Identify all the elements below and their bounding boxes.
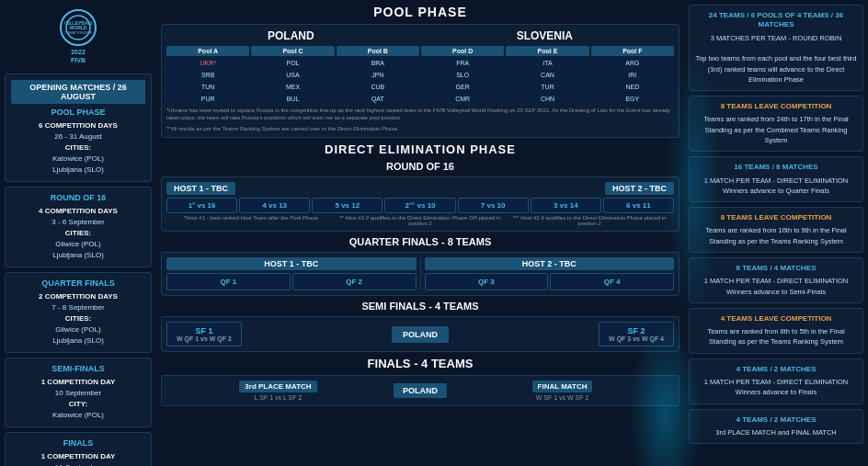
pool-cell-arg: ARG [591, 58, 674, 68]
qf-box-2: QF 2 [292, 273, 417, 290]
right-bottom-body: 3rd PLACE MATCH and FINAL MATCH [695, 427, 857, 438]
pool-cell-chn: CHN [506, 94, 588, 104]
finals-section-header: FINALS - 4 TEAMS [161, 357, 680, 370]
qf-divider [420, 257, 421, 290]
r16-container: HOST 1 - TBC HOST 2 - TBC 1° vs 16 4 vs … [161, 176, 680, 232]
right-mid3-body: 1 MATCH PER TEAM - DIRECT ELIMINATION Wi… [695, 377, 857, 398]
r16-note3: *** Host #2 if qualifies to the Direct E… [505, 215, 674, 226]
right-mid1-title: 16 TEAMS / 8 MATCHES [695, 163, 857, 172]
right-leave2-section: 8 TEAMS LEAVE COMPETITION Teams are rank… [689, 207, 863, 253]
pool-cell-bul: BUL [251, 94, 334, 104]
r16-hosts: HOST 1 - TBC HOST 2 - TBC [166, 182, 674, 195]
final-match-group: FINAL MATCH W SF 1 vs W SF 2 [451, 381, 674, 401]
r16-host1-label: HOST 1 - TBC [166, 182, 235, 195]
pool-cell-usa: USA [251, 70, 334, 80]
r16-note2: ** Host #2 if qualifies to the Direct El… [336, 215, 505, 226]
slovenia-label: SLOVENIA [517, 29, 573, 42]
pool-cell-pur: PUR [166, 94, 249, 104]
pool-cell-tur: TUR [506, 82, 588, 92]
pool-cell-ukr: UKR* [166, 58, 249, 68]
right-leave1-section: 8 TEAMS LEAVE COMPETITION Teams are rank… [689, 96, 863, 152]
sf-title: SEMI-FINALS [11, 364, 145, 373]
qf-box-4: QF 4 [550, 273, 674, 290]
qf-body: 2 COMPETITION DAYS 7 - 8 September CITIE… [11, 291, 145, 347]
qf-host1-group: HOST 1 - TBC QF 1 QF 2 [166, 257, 417, 290]
pool-grid: Pool A Pool C Pool B Pool D Pool E Pool … [166, 46, 674, 104]
right-mid1-body: 1 MATCH PER TEAM - DIRECT ELIMINATION Wi… [695, 176, 857, 197]
right-mid3-section: 4 TEAMS / 2 MATCHES 1 MATCH PER TEAM - D… [689, 358, 863, 404]
pool-cell-egy: EGY [591, 94, 674, 104]
pool-cell-ita: ITA [506, 58, 588, 68]
finals-poland-label: POLAND [394, 383, 447, 398]
third-place-detail: L SF 1 vs L SF 2 [255, 394, 303, 401]
r16-match-6: 3 vs 14 [531, 198, 601, 213]
pool-cell-srb: SRB [166, 70, 249, 80]
final-match-detail: W SF 1 vs W SF 2 [536, 394, 589, 401]
pool-cell-fra: FRA [421, 58, 504, 68]
right-mid2-body: 1 MATCH PER TEAM - DIRECT ELIMINATION Wi… [695, 276, 857, 297]
logo-area: VOLLEYBALL WORLD CHAMPIONSHIP 2022FIVB [5, 5, 152, 69]
right-top-body: 3 MATCHES PER TEAM - ROUND ROBIN Top two… [695, 33, 857, 85]
pool-cell-slo: SLO [421, 70, 504, 80]
pool-header-b: Pool B [337, 46, 419, 56]
pool-phase-title: POOL PHASE [11, 108, 145, 117]
right-leave2-title: 8 TEAMS LEAVE COMPETITION [695, 213, 857, 222]
pool-cell-mex: MEX [251, 82, 334, 92]
r16-body: 4 COMPETITION DAYS 3 - 6 September CITIE… [11, 206, 145, 261]
right-top-section: 24 TEAMS / 6 POOLS OF 4 TEAMS / 36 MATCH… [689, 5, 863, 91]
right-leave3-title: 4 TEAMS LEAVE COMPETITION [695, 314, 857, 324]
right-top-title: 24 TEAMS / 6 POOLS OF 4 TEAMS / 36 MATCH… [695, 11, 857, 30]
r16-match-4: 2°° vs 10 [384, 198, 455, 213]
qf-host1-boxes: QF 1 QF 2 [166, 273, 417, 290]
poland-label: POLAND [268, 29, 314, 42]
right-leave3-body: Teams are ranked from 8th to 5th in the … [695, 326, 857, 347]
right-mid3-title: 4 TEAMS / 2 MATCHES [695, 365, 857, 374]
pool-phase-info: OPENING MATCHES / 26 AUGUST POOL PHASE 6… [5, 74, 152, 182]
right-mid1-section: 16 TEAMS / 8 MATCHES 1 MATCH PER TEAM - … [689, 156, 863, 202]
r16-match-1: 1° vs 16 [166, 198, 237, 213]
pool-cell-jpn: JPN [337, 70, 419, 80]
qf-section-header: QUARTER FINALS - 8 TEAMS [161, 236, 680, 247]
de-header: DIRECT ELIMINATION PHASE [161, 142, 680, 156]
opening-matches-header: OPENING MATCHES / 26 AUGUST [11, 80, 145, 104]
third-place-group: 3rd PLACE MATCH L SF 1 vs L SF 2 [166, 381, 390, 401]
pool-cell-ger: GER [421, 82, 504, 92]
pool-header-d: Pool D [421, 46, 504, 56]
qf-host2-label: HOST 2 - TBC [425, 257, 675, 270]
third-place-label: 3rd PLACE MATCH [239, 381, 316, 392]
qf-host2-boxes: QF 3 QF 4 [425, 273, 675, 290]
pool-cell-tun: TUN [166, 82, 249, 92]
pool-cell-ned: NED [591, 82, 674, 92]
sf-container: SF 1 W QF 1 vs W QF 2 POLAND SF 2 W QF 3… [161, 316, 680, 352]
qf-matches: HOST 1 - TBC QF 1 QF 2 HOST 2 - TBC QF 3… [166, 257, 674, 290]
right-leave2-body: Teams are ranked from 16th to 9th in the… [695, 225, 857, 246]
pool-cell-qat: QAT [337, 94, 419, 104]
pool-phase-body: 6 COMPETITION DAYS 26 - 31 August CITIES… [11, 120, 145, 176]
qf-info: QUARTER FINALS 2 COMPETITION DAYS 7 - 8 … [5, 272, 152, 353]
pool-cell-cub: CUB [337, 82, 419, 92]
pool-header-c: Pool C [251, 46, 334, 56]
pool-cell-cmr: CMR [421, 94, 504, 104]
right-bottom-section: 4 TEAMS / 2 MATCHES 3rd PLACE MATCH and … [689, 409, 863, 445]
r16-match-5: 7 vs 10 [458, 198, 529, 213]
pool-cell-iri: IRI [591, 70, 674, 80]
middle-column: POOL PHASE POLAND SLOVENIA Pool A Pool C… [156, 0, 684, 466]
r16-title: ROUND OF 16 [11, 193, 145, 202]
pool-countries: POLAND SLOVENIA [166, 29, 674, 42]
fivb-logo: VOLLEYBALL WORLD CHAMPIONSHIP [60, 9, 97, 46]
pool-cell-pol: POL [251, 58, 334, 68]
qf-box-3: QF 3 [425, 273, 549, 290]
pool-phase-header: POOL PHASE [161, 5, 680, 19]
pool-header-e: Pool E [506, 46, 588, 56]
pool-cell-can: CAN [506, 70, 588, 80]
r16-header: ROUND OF 16 [161, 161, 680, 172]
left-column: VOLLEYBALL WORLD CHAMPIONSHIP 2022FIVB O… [0, 0, 156, 466]
right-leave3-section: 4 TEAMS LEAVE COMPETITION Teams are rank… [689, 308, 863, 354]
r16-match-7: 6 vs 11 [603, 198, 674, 213]
r16-match-2: 4 vs 13 [239, 198, 310, 213]
finals-container: 3rd PLACE MATCH L SF 1 vs L SF 2 POLAND … [161, 375, 680, 406]
sf-body: 1 COMPETITION DAY 10 September CITY: Kat… [11, 377, 145, 421]
qf-host1-label: HOST 1 - TBC [166, 257, 417, 270]
finals-body: 1 COMPETITION DAY 11 September CITY: Kat… [11, 451, 145, 466]
qf-box-1: QF 1 [166, 273, 291, 290]
